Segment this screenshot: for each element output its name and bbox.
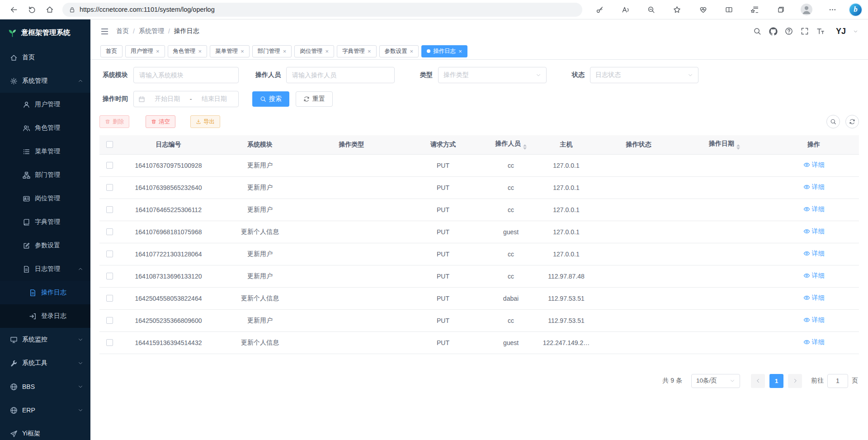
row-checkbox[interactable]	[106, 228, 113, 235]
header-search-button[interactable]	[753, 27, 762, 36]
row-checkbox[interactable]	[106, 295, 113, 302]
sidebar-item-home[interactable]: 首页	[0, 46, 90, 69]
help-button[interactable]	[785, 27, 793, 36]
sidebar-item-system-tools[interactable]: 系统工具	[0, 351, 90, 375]
tab-parameter-settings[interactable]: 参数设置×	[379, 45, 419, 57]
detail-link[interactable]: 详细	[803, 227, 825, 236]
operator-input[interactable]	[286, 67, 395, 83]
sidebar-item-operation-log[interactable]: 操作日志	[0, 281, 90, 304]
tab-dictionary-management[interactable]: 字典管理×	[337, 45, 377, 57]
browser-refresh-button[interactable]	[23, 2, 41, 17]
date-range-input[interactable]: 开始日期 - 结束日期	[133, 91, 239, 107]
export-button[interactable]: 导出	[190, 115, 220, 128]
close-icon[interactable]: ×	[156, 48, 160, 54]
zoom-out-button[interactable]	[642, 2, 660, 17]
refresh-table-button[interactable]	[845, 115, 859, 128]
read-aloud-button[interactable]	[616, 2, 634, 17]
github-button[interactable]	[769, 27, 778, 36]
profile-button[interactable]	[797, 2, 816, 17]
row-checkbox[interactable]	[106, 184, 113, 191]
page-number-button[interactable]: 1	[769, 374, 783, 388]
select-all-checkbox[interactable]	[106, 141, 113, 148]
reset-button[interactable]: 重置	[296, 91, 333, 107]
user-logo[interactable]: YJ	[836, 27, 846, 36]
row-checkbox[interactable]	[106, 317, 113, 324]
detail-link[interactable]: 详细	[803, 183, 825, 191]
row-checkbox[interactable]	[106, 251, 113, 257]
row-checkbox[interactable]	[106, 162, 113, 169]
sidebar-item-yi-framework[interactable]: Yi框架	[0, 422, 90, 440]
sidebar-item-bbs[interactable]: BBS	[0, 375, 90, 398]
tab-operation-log[interactable]: 操作日志×	[421, 45, 467, 57]
close-icon[interactable]: ×	[458, 48, 462, 54]
delete-button[interactable]: 删除	[99, 115, 129, 128]
breadcrumb-item-system[interactable]: 系统管理	[139, 27, 164, 35]
sidebar-item-system-monitor[interactable]: 系统监控	[0, 328, 90, 351]
detail-link[interactable]: 详细	[803, 338, 825, 346]
row-checkbox[interactable]	[106, 206, 113, 213]
sidebar-item-log-management[interactable]: 日志管理	[0, 257, 90, 281]
tab-post-management[interactable]: 岗位管理×	[294, 45, 334, 57]
close-icon[interactable]: ×	[241, 48, 244, 54]
breadcrumb-item-home[interactable]: 首页	[116, 27, 129, 35]
sidebar-toggle-icon[interactable]	[100, 27, 109, 36]
browser-home-button[interactable]	[41, 2, 59, 17]
tab-department-management[interactable]: 部门管理×	[252, 45, 292, 57]
sidebar-item-role-management[interactable]: 角色管理	[0, 116, 90, 140]
goto-page-input[interactable]	[827, 374, 848, 388]
sidebar-item-erp[interactable]: ERP	[0, 398, 90, 422]
close-icon[interactable]: ×	[325, 48, 329, 54]
prev-page-button[interactable]	[751, 374, 765, 388]
sidebar-item-user-management[interactable]: 用户管理	[0, 93, 90, 116]
sidebar-item-department-management[interactable]: 部门管理	[0, 163, 90, 187]
browser-more-button[interactable]	[824, 2, 842, 17]
collections-button[interactable]	[772, 2, 790, 17]
bing-chat-button[interactable]: b	[849, 4, 862, 16]
close-icon[interactable]: ×	[283, 48, 287, 54]
status-select[interactable]: 日志状态	[590, 67, 698, 83]
sidebar-item-post-management[interactable]: 岗位管理	[0, 187, 90, 210]
page-size-select[interactable]: 10条/页	[691, 374, 740, 388]
address-bar[interactable]: https://ccnetcore.com:1101/system/log/op…	[62, 3, 582, 17]
browser-back-button[interactable]	[5, 2, 23, 17]
sidebar-item-system-management[interactable]: 系统管理	[0, 69, 90, 93]
add-favorite-button[interactable]	[668, 2, 686, 17]
favorites-button[interactable]	[746, 2, 764, 17]
sidebar-item-dictionary-management[interactable]: 字典管理	[0, 210, 90, 234]
sort-icon[interactable]	[523, 144, 527, 150]
close-icon[interactable]: ×	[410, 48, 414, 54]
tab-user-management[interactable]: 用户管理×	[125, 45, 165, 57]
detail-link[interactable]: 详细	[803, 272, 825, 280]
sidebar-item-menu-management[interactable]: 菜单管理	[0, 140, 90, 163]
chevron-down-icon[interactable]	[853, 29, 858, 34]
detail-link[interactable]: 详细	[803, 161, 825, 169]
fullscreen-button[interactable]	[801, 27, 809, 36]
row-checkbox[interactable]	[106, 273, 113, 279]
row-checkbox[interactable]	[106, 339, 113, 346]
cell-status	[597, 287, 680, 309]
col-operator[interactable]: 操作人员	[486, 135, 536, 154]
tab-role-management[interactable]: 角色管理×	[168, 45, 208, 57]
passwords-button[interactable]	[590, 2, 609, 17]
tab-home[interactable]: 首页	[100, 45, 123, 57]
sidebar-item-login-log[interactable]: 登录日志	[0, 304, 90, 328]
split-screen-button[interactable]	[720, 2, 738, 17]
detail-link[interactable]: 详细	[803, 250, 825, 258]
sort-icon[interactable]	[736, 144, 740, 150]
module-input[interactable]	[133, 67, 239, 83]
toggle-search-button[interactable]	[826, 115, 840, 128]
next-page-button[interactable]	[788, 374, 802, 388]
type-select[interactable]: 操作类型	[438, 67, 547, 83]
close-icon[interactable]: ×	[368, 48, 371, 54]
close-icon[interactable]: ×	[198, 48, 202, 54]
clear-button[interactable]: 清空	[146, 115, 175, 128]
browser-essentials-button[interactable]	[694, 2, 712, 17]
col-date[interactable]: 操作日期	[680, 135, 769, 154]
detail-link[interactable]: 详细	[803, 316, 825, 324]
tab-menu-management[interactable]: 菜单管理×	[210, 45, 250, 57]
search-button[interactable]: 搜索	[252, 91, 289, 107]
font-size-button[interactable]	[816, 27, 825, 36]
detail-link[interactable]: 详细	[803, 294, 825, 302]
sidebar-item-parameter-settings[interactable]: 参数设置	[0, 234, 90, 257]
detail-link[interactable]: 详细	[803, 205, 825, 213]
